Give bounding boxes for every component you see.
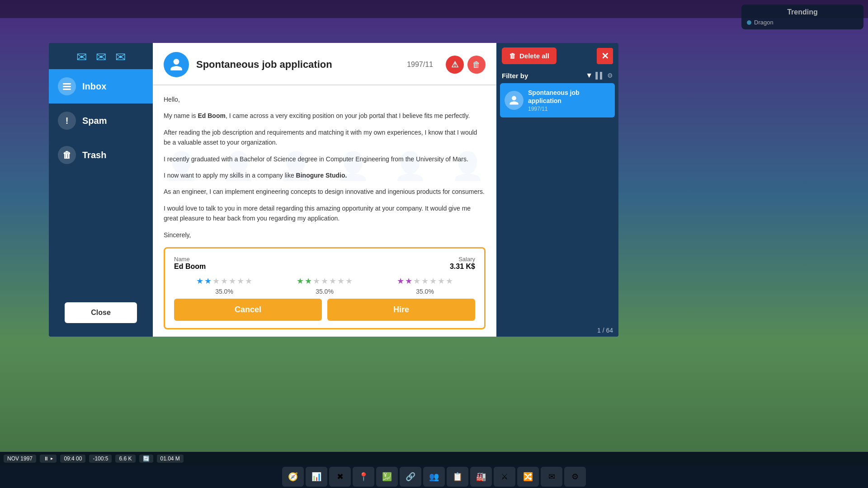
salary-label: Salary (450, 256, 475, 263)
mail-envelope-icon-2: ✉ (96, 50, 106, 65)
chevron-down-icon[interactable]: ▼ (585, 71, 593, 80)
green-stars-group: ★ ★ ★ ★ ★ ★ ★ 35.0% (297, 276, 353, 295)
star-purple-1: ★ (397, 276, 404, 286)
candidate-salary-section: Salary 3.31 K$ (450, 256, 475, 271)
bottom-bar-item-3: 09:4 00 (60, 455, 85, 463)
candidate-info-row: Name Ed Boom Salary 3.31 K$ (174, 256, 475, 271)
taskbar-btn-2[interactable]: 📊 (306, 467, 327, 487)
mark-spam-button[interactable]: ⚠ (446, 56, 464, 74)
email-content-area: Spontaneous job application 1997/11 ⚠ 🗑 … (153, 43, 496, 337)
filter-controls: ▼ ▌▌ ⚙ (585, 71, 613, 80)
sender-avatar (164, 52, 189, 77)
salary-value: 3.31 K$ (450, 263, 475, 271)
name-label: Name (174, 256, 206, 263)
spam-label: Spam (82, 116, 107, 126)
delete-all-button[interactable]: 🗑 Delete all (502, 47, 557, 64)
taskbar-btn-9[interactable]: 🏭 (470, 467, 492, 487)
body-suffix: , I came across a very exciting position… (226, 112, 470, 119)
mail-item-person-icon (509, 95, 519, 106)
bar-chart-icon[interactable]: ▌▌ (595, 72, 604, 79)
name-value: Ed Boom (174, 263, 206, 271)
trash-bin-icon: 🗑 (62, 150, 71, 160)
taskbar-btn-7[interactable]: 👥 (423, 467, 445, 487)
star-green-4: ★ (321, 276, 328, 286)
mail-item-avatar (505, 91, 524, 110)
taskbar-btn-5[interactable]: 💹 (376, 467, 398, 487)
taskbar-btn-11[interactable]: 🔀 (517, 467, 539, 487)
email-header: Spontaneous job application 1997/11 ⚠ 🗑 (153, 43, 496, 85)
inbox-lines-icon (63, 83, 71, 90)
close-panel-button[interactable]: ✕ (597, 48, 613, 64)
delete-all-icon: 🗑 (509, 52, 516, 60)
email-greeting: Hello, (164, 94, 486, 104)
email-signature: Ed Boom (164, 246, 486, 247)
inbox-icon (58, 77, 76, 95)
delete-all-label: Delete all (519, 52, 549, 60)
email-body-p2: After reading the job description and re… (164, 127, 486, 148)
sidebar-item-trash[interactable]: 🗑 Trash (49, 138, 153, 172)
settings-icon[interactable]: ⚙ (607, 72, 613, 79)
star-blue-2: ★ (204, 276, 212, 286)
hire-button[interactable]: Hire (327, 299, 475, 321)
candidate-actions: Cancel Hire (174, 299, 475, 321)
bottom-bar-item-1: NOV 1997 (4, 455, 36, 463)
page-counter: 1 / 64 (496, 324, 618, 337)
warning-icon: ⚠ (451, 60, 458, 70)
bottom-bar: NOV 1997 ⏸ ▶ 09:4 00 -100:5 6.6 K 🔄 01.0… (0, 452, 868, 465)
blue-stars: ★ ★ ★ ★ ★ ★ ★ (196, 276, 252, 286)
email-body-p1: My name is Ed Boom, I came across a very… (164, 111, 486, 121)
email-body-p4: I now want to apply my skills in a compa… (164, 170, 486, 180)
star-purple-2: ★ (405, 276, 412, 286)
bottom-bar-item-7: 01.04 M (157, 455, 184, 463)
star-green-6: ★ (337, 276, 344, 286)
star-green-7: ★ (345, 276, 353, 286)
sidebar-item-spam[interactable]: ! Spam (49, 103, 153, 138)
star-blue-3: ★ (212, 276, 220, 286)
email-action-buttons: ⚠ 🗑 (446, 56, 486, 74)
body-prefix: My name is (164, 112, 198, 119)
mail-list-item[interactable]: Spontaneous job application 1997/11 (500, 83, 615, 117)
email-body: 👤 👤 👤 👤 👤 👤 Hello, My name is Ed Boom, I… (153, 85, 496, 247)
star-purple-3: ★ (413, 276, 420, 286)
star-blue-5: ★ (229, 276, 236, 286)
star-purple-5: ★ (429, 276, 437, 286)
star-green-3: ★ (313, 276, 320, 286)
mail-list-date: 1997/11 (528, 106, 610, 112)
purple-stars-pct: 35.0% (416, 288, 434, 295)
email-body-p3: I recently graduated with a Bachelor of … (164, 154, 486, 164)
bottom-bar-item-4: -100:5 (89, 455, 112, 463)
candidate-card: Name Ed Boom Salary 3.31 K$ ★ ★ ★ ★ ★ (164, 247, 486, 329)
taskbar-btn-13[interactable]: ⚙ (564, 467, 586, 487)
taskbar-btn-1[interactable]: 🧭 (282, 467, 304, 487)
taskbar-btn-6[interactable]: 🔗 (400, 467, 421, 487)
exclamation-icon: ! (66, 116, 69, 126)
filter-section: Filter by ▼ ▌▌ ⚙ (496, 68, 618, 83)
delete-email-button[interactable]: 🗑 (467, 56, 486, 74)
purple-stars-group: ★ ★ ★ ★ ★ ★ ★ 35.0% (397, 276, 453, 295)
taskbar-btn-3[interactable]: ✖ (329, 467, 351, 487)
taskbar-btn-4[interactable]: 📍 (353, 467, 374, 487)
person-icon (169, 57, 184, 72)
sidebar: ✉ ✉ ✉ Inbox ! Spam 🗑 Trash (49, 43, 153, 337)
delete-icon: 🗑 (472, 60, 481, 70)
close-button[interactable]: Close (65, 302, 137, 323)
sidebar-item-inbox[interactable]: Inbox (49, 69, 153, 103)
star-blue-7: ★ (245, 276, 252, 286)
taskbar-btn-10[interactable]: ⚔ (494, 467, 515, 487)
stars-row: ★ ★ ★ ★ ★ ★ ★ 35.0% ★ ★ ★ (174, 276, 475, 295)
purple-stars: ★ ★ ★ ★ ★ ★ ★ (397, 276, 453, 286)
email-subject: Spontaneous job application (196, 59, 400, 70)
right-panel-header: 🗑 Delete all ✕ (496, 43, 618, 68)
mail-list: Spontaneous job application 1997/11 (496, 83, 618, 324)
star-purple-7: ★ (446, 276, 453, 286)
star-purple-6: ★ (438, 276, 445, 286)
cancel-button[interactable]: Cancel (174, 299, 322, 321)
star-blue-1: ★ (196, 276, 203, 286)
taskbar-btn-8[interactable]: 📋 (447, 467, 468, 487)
company-name-bold: Binogure Studio. (296, 172, 347, 179)
taskbar-btn-12[interactable]: ✉ (541, 467, 562, 487)
email-date: 1997/11 (407, 61, 433, 69)
trash-icon: 🗑 (58, 146, 76, 164)
star-blue-4: ★ (221, 276, 228, 286)
body-p4-prefix: I now want to apply my skills in a compa… (164, 172, 296, 179)
